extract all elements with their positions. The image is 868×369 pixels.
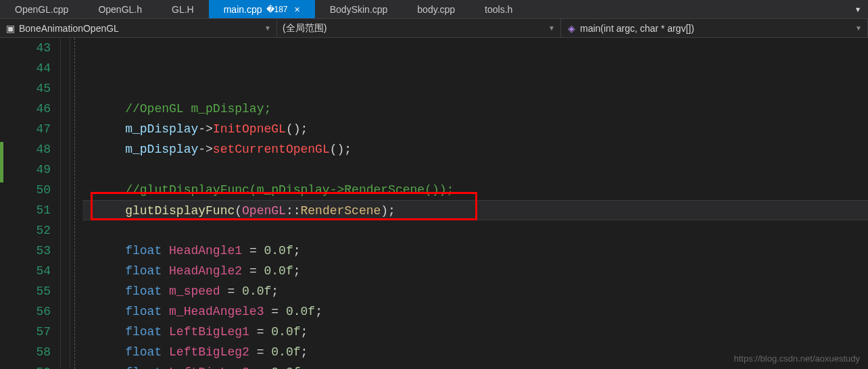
tab-overflow-icon[interactable]: ▾ <box>848 0 868 18</box>
function-icon: ◈ <box>566 24 576 33</box>
code-line: //glutDisplayFunc(m_pDisplay->RenderScen… <box>96 180 868 200</box>
outline-guide <box>74 38 75 369</box>
code-line: float m_speed = 0.0f; <box>96 281 868 301</box>
code-line <box>96 38 868 58</box>
line-number: 58 <box>0 342 51 362</box>
line-number: 55 <box>0 281 51 301</box>
line-number: 57 <box>0 322 51 342</box>
close-icon[interactable]: × <box>295 4 300 15</box>
line-number: 45 <box>0 78 51 99</box>
line-number: 46 <box>0 99 51 119</box>
tab-main-cpp[interactable]: main.cpp �187 × <box>209 0 315 18</box>
editor-area: 43 44 45 46 47 48 49 50 51 52 53 54 55 5… <box>0 38 868 369</box>
code-area[interactable]: //OpenGL m_pDisplay; m_pDisplay->InitOpn… <box>82 38 868 369</box>
outline-strip <box>70 38 82 369</box>
line-number: 51 <box>0 200 51 220</box>
line-number: 43 <box>0 38 51 58</box>
project-icon: ▣ <box>5 24 15 33</box>
nav-global-scope[interactable]: (全局范围) ▼ <box>277 19 561 37</box>
line-number: 50 <box>0 180 51 200</box>
watermark-text: https://blog.csdn.net/aoxuestudy <box>734 353 860 364</box>
code-line: float HeadAngle1 = 0.0f; <box>96 241 868 261</box>
chevron-down-icon: ▼ <box>264 24 271 32</box>
code-line <box>96 78 868 99</box>
pin-icon[interactable]: �187 <box>266 5 288 14</box>
tab-opengl-cpp[interactable]: OpenGL.cpp <box>0 0 83 18</box>
tab-tools-h[interactable]: tools.h <box>470 0 527 18</box>
code-line <box>96 220 868 241</box>
line-number: 56 <box>0 301 51 322</box>
nav-bar: ▣ BoneAnimationOpenGL ▼ (全局范围) ▼ ◈ main(… <box>0 19 868 38</box>
code-line: m_pDisplay->setCurrentOpenGL(); <box>96 139 868 159</box>
code-line <box>96 159 868 180</box>
code-line: float LeftBigLeg1 = 0.0f; <box>96 322 868 342</box>
tab-bar: OpenGL.cpp OpenGL.h GL.H main.cpp �187 ×… <box>0 0 868 19</box>
code-line-current: glutDisplayFunc(OpenGL::RenderScene); <box>82 200 868 220</box>
tab-body-cpp[interactable]: body.cpp <box>402 0 470 18</box>
nav-project-label: BoneAnimationOpenGL <box>19 23 119 34</box>
line-number: 44 <box>0 58 51 78</box>
code-line: //OpenGL m_pDisplay; <box>96 99 868 119</box>
line-number: 47 <box>0 119 51 139</box>
code-line: float m_HeadAngele3 = 0.0f; <box>96 301 868 322</box>
code-line <box>96 58 868 78</box>
nav-scope-label: (全局范围) <box>283 22 327 34</box>
margin-strip <box>61 38 70 369</box>
nav-project-scope[interactable]: ▣ BoneAnimationOpenGL ▼ <box>0 19 277 37</box>
line-number: 59 <box>0 362 51 369</box>
line-number: 48 <box>0 139 51 159</box>
tab-bodyskin-cpp[interactable]: BodySkin.cpp <box>315 0 403 18</box>
line-number: 52 <box>0 220 51 241</box>
tab-opengl-h[interactable]: OpenGL.h <box>83 0 157 18</box>
nav-function-scope[interactable]: ◈ main(int argc, char * argv[]) ▼ <box>561 19 868 37</box>
tab-gl-h[interactable]: GL.H <box>157 0 209 18</box>
modification-marker <box>0 142 3 182</box>
code-line: float HeadAngle2 = 0.0f; <box>96 261 868 281</box>
nav-function-label: main(int argc, char * argv[]) <box>580 23 694 34</box>
line-number: 49 <box>0 159 51 180</box>
line-number: 53 <box>0 241 51 261</box>
code-line: m_pDisplay->InitOpneGL(); <box>96 119 868 139</box>
chevron-down-icon: ▼ <box>548 24 555 32</box>
chevron-down-icon: ▼ <box>855 24 862 32</box>
line-number: 54 <box>0 261 51 281</box>
line-gutter: 43 44 45 46 47 48 49 50 51 52 53 54 55 5… <box>0 38 61 369</box>
